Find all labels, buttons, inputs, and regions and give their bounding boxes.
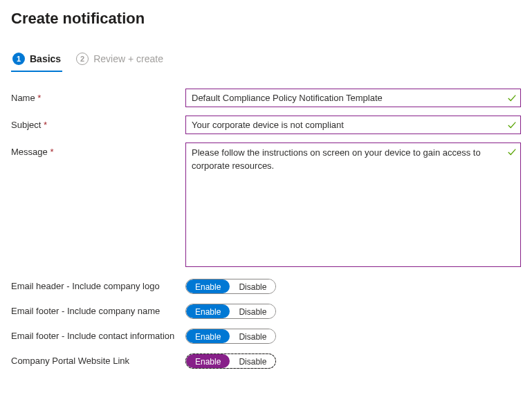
label-footer-name: Email footer - Include company name <box>11 304 185 316</box>
toggle-enable[interactable]: Enable <box>186 279 230 293</box>
toggle-enable[interactable]: Enable <box>186 354 230 368</box>
message-field[interactable] <box>185 143 521 267</box>
label-portal-link: Company Portal Website Link <box>11 353 185 366</box>
label-header-logo: Email header - Include company logo <box>11 279 185 291</box>
form-basics: Name * Subject * Message * <box>11 89 521 369</box>
tab-number-icon: 2 <box>76 53 89 65</box>
toggle-footer-contact[interactable]: Enable Disable <box>185 329 276 344</box>
checkmark-icon <box>507 147 517 157</box>
toggle-footer-name[interactable]: Enable Disable <box>185 304 276 319</box>
required-icon: * <box>37 93 41 103</box>
required-icon: * <box>44 120 47 130</box>
toggle-disable[interactable]: Disable <box>230 354 275 368</box>
toggle-enable[interactable]: Enable <box>186 329 230 343</box>
toggle-portal-link[interactable]: Enable Disable <box>185 353 276 369</box>
checkmark-icon <box>507 120 517 130</box>
tab-review-create[interactable]: 2 Review + create <box>75 48 165 72</box>
checkmark-icon <box>507 93 517 103</box>
tab-basics[interactable]: 1 Basics <box>11 48 62 72</box>
toggle-disable[interactable]: Disable <box>230 329 275 343</box>
toggle-disable[interactable]: Disable <box>230 304 275 318</box>
subject-field[interactable] <box>185 116 521 134</box>
wizard-tabs: 1 Basics 2 Review + create <box>11 48 521 75</box>
label-message: Message * <box>11 143 185 157</box>
toggle-enable[interactable]: Enable <box>186 304 230 318</box>
toggle-disable[interactable]: Disable <box>230 279 275 293</box>
tab-number-icon: 1 <box>12 53 25 65</box>
name-field[interactable] <box>185 89 521 107</box>
label-subject: Subject * <box>11 116 185 130</box>
tab-label: Review + create <box>93 53 163 64</box>
toggle-header-logo[interactable]: Enable Disable <box>185 279 276 294</box>
page-title: Create notification <box>11 10 521 28</box>
label-footer-contact: Email footer - Include contact informati… <box>11 329 185 341</box>
label-name: Name * <box>11 89 185 103</box>
required-icon: * <box>50 147 53 157</box>
tab-label: Basics <box>30 53 61 64</box>
